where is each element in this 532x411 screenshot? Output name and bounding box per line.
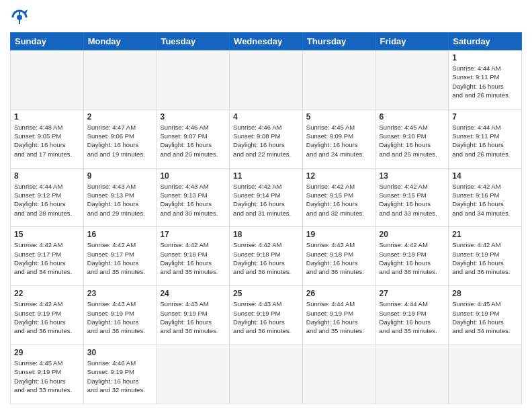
calendar-day-cell — [449, 345, 522, 404]
day-number: 23 — [87, 289, 153, 298]
day-number: 15 — [14, 230, 80, 239]
day-number: 2 — [87, 112, 153, 122]
calendar-day-cell — [11, 50, 84, 109]
calendar-header-cell: Thursday — [302, 33, 375, 50]
day-number: 30 — [87, 348, 153, 357]
calendar-week-row: 1Sunrise: 4:48 AMSunset: 9:05 PMDaylight… — [11, 109, 522, 168]
calendar-day-cell: 15Sunrise: 4:42 AMSunset: 9:17 PMDayligh… — [11, 227, 84, 286]
calendar-day-cell: 1Sunrise: 4:48 AMSunset: 9:05 PMDaylight… — [11, 109, 84, 168]
day-info: Sunrise: 4:42 AMSunset: 9:15 PMDaylight:… — [380, 182, 445, 218]
calendar-header-cell: Sunday — [11, 33, 84, 50]
day-number: 10 — [160, 171, 226, 181]
calendar-day-cell: 2Sunrise: 4:47 AMSunset: 9:06 PMDaylight… — [83, 109, 157, 168]
calendar-day-cell: 11Sunrise: 4:42 AMSunset: 9:14 PMDayligh… — [230, 168, 303, 227]
calendar-day-cell: 19Sunrise: 4:42 AMSunset: 9:18 PMDayligh… — [302, 227, 375, 286]
svg-point-1 — [17, 15, 22, 20]
day-number: 19 — [306, 230, 372, 239]
day-number: 12 — [306, 171, 372, 181]
calendar-header-cell: Saturday — [449, 33, 522, 50]
day-number: 13 — [380, 171, 445, 181]
calendar-day-cell: 4Sunrise: 4:46 AMSunset: 9:08 PMDaylight… — [230, 109, 303, 168]
day-number: 5 — [306, 112, 372, 122]
day-number: 14 — [452, 171, 518, 181]
day-info: Sunrise: 4:44 AMSunset: 9:11 PMDaylight:… — [452, 123, 518, 158]
day-info: Sunrise: 4:42 AMSunset: 9:17 PMDaylight:… — [87, 240, 153, 276]
logo-icon — [10, 8, 29, 27]
day-info: Sunrise: 4:42 AMSunset: 9:19 PMDaylight:… — [14, 300, 80, 335]
calendar-day-cell — [302, 345, 375, 404]
calendar-day-cell: 3Sunrise: 4:46 AMSunset: 9:07 PMDaylight… — [157, 109, 230, 168]
calendar-day-cell: 22Sunrise: 4:42 AMSunset: 9:19 PMDayligh… — [11, 286, 84, 345]
calendar-day-cell: 5Sunrise: 4:45 AMSunset: 9:09 PMDaylight… — [302, 109, 375, 168]
calendar-body: 1Sunrise: 4:44 AMSunset: 9:11 PMDaylight… — [11, 50, 522, 404]
day-info: Sunrise: 4:48 AMSunset: 9:05 PMDaylight:… — [14, 123, 80, 158]
calendar-day-cell — [230, 50, 303, 109]
day-info: Sunrise: 4:42 AMSunset: 9:19 PMDaylight:… — [452, 240, 518, 276]
day-number: 29 — [14, 348, 80, 357]
calendar-day-cell: 17Sunrise: 4:42 AMSunset: 9:18 PMDayligh… — [157, 227, 230, 286]
calendar-week-row: 15Sunrise: 4:42 AMSunset: 9:17 PMDayligh… — [11, 227, 522, 286]
calendar-day-cell: 30Sunrise: 4:46 AMSunset: 9:19 PMDayligh… — [83, 345, 157, 404]
calendar-day-cell: 29Sunrise: 4:45 AMSunset: 9:19 PMDayligh… — [11, 345, 84, 404]
day-info: Sunrise: 4:46 AMSunset: 9:19 PMDaylight:… — [87, 359, 153, 394]
calendar-day-cell — [157, 345, 230, 404]
calendar-table: SundayMondayTuesdayWednesdayThursdayFrid… — [10, 32, 522, 404]
day-number: 18 — [233, 230, 299, 239]
day-number: 1 — [14, 112, 80, 122]
calendar-day-cell — [83, 50, 157, 109]
day-info: Sunrise: 4:44 AMSunset: 9:19 PMDaylight:… — [380, 300, 445, 335]
day-number: 8 — [14, 171, 80, 181]
day-number: 17 — [160, 230, 226, 239]
day-info: Sunrise: 4:42 AMSunset: 9:18 PMDaylight:… — [306, 240, 372, 276]
calendar-day-cell: 27Sunrise: 4:44 AMSunset: 9:19 PMDayligh… — [375, 286, 449, 345]
day-number: 6 — [380, 112, 445, 122]
day-info: Sunrise: 4:43 AMSunset: 9:19 PMDaylight:… — [233, 300, 299, 335]
day-number: 4 — [233, 112, 299, 122]
page: SundayMondayTuesdayWednesdayThursdayFrid… — [0, 0, 532, 411]
day-number: 7 — [452, 112, 518, 122]
calendar-week-row: 1Sunrise: 4:44 AMSunset: 9:11 PMDaylight… — [11, 50, 522, 109]
calendar-header-row: SundayMondayTuesdayWednesdayThursdayFrid… — [11, 33, 522, 50]
logo — [10, 7, 32, 27]
day-info: Sunrise: 4:44 AMSunset: 9:12 PMDaylight:… — [14, 182, 80, 218]
calendar-week-row: 29Sunrise: 4:45 AMSunset: 9:19 PMDayligh… — [11, 345, 522, 404]
calendar-day-cell: 18Sunrise: 4:42 AMSunset: 9:18 PMDayligh… — [230, 227, 303, 286]
day-info: Sunrise: 4:43 AMSunset: 9:19 PMDaylight:… — [87, 300, 153, 335]
day-info: Sunrise: 4:44 AMSunset: 9:19 PMDaylight:… — [306, 300, 372, 335]
day-info: Sunrise: 4:45 AMSunset: 9:19 PMDaylight:… — [452, 300, 518, 335]
calendar-day-cell: 20Sunrise: 4:42 AMSunset: 9:19 PMDayligh… — [375, 227, 449, 286]
day-info: Sunrise: 4:45 AMSunset: 9:10 PMDaylight:… — [380, 123, 445, 158]
day-info: Sunrise: 4:42 AMSunset: 9:19 PMDaylight:… — [380, 240, 445, 276]
calendar-day-cell: 25Sunrise: 4:43 AMSunset: 9:19 PMDayligh… — [230, 286, 303, 345]
calendar-day-cell: 13Sunrise: 4:42 AMSunset: 9:15 PMDayligh… — [375, 168, 449, 227]
calendar-day-cell — [302, 50, 375, 109]
calendar-day-cell: 14Sunrise: 4:42 AMSunset: 9:16 PMDayligh… — [449, 168, 522, 227]
calendar-day-cell: 16Sunrise: 4:42 AMSunset: 9:17 PMDayligh… — [83, 227, 157, 286]
calendar-day-cell: 10Sunrise: 4:43 AMSunset: 9:13 PMDayligh… — [157, 168, 230, 227]
day-info: Sunrise: 4:42 AMSunset: 9:16 PMDaylight:… — [452, 182, 518, 218]
calendar-day-cell — [157, 50, 230, 109]
calendar-week-row: 22Sunrise: 4:42 AMSunset: 9:19 PMDayligh… — [11, 286, 522, 345]
day-number: 25 — [233, 289, 299, 298]
day-number: 24 — [160, 289, 226, 298]
day-number: 3 — [160, 112, 226, 122]
day-info: Sunrise: 4:43 AMSunset: 9:13 PMDaylight:… — [87, 182, 153, 218]
calendar-day-cell: 9Sunrise: 4:43 AMSunset: 9:13 PMDaylight… — [83, 168, 157, 227]
calendar-header-cell: Monday — [83, 33, 157, 50]
calendar-day-cell — [230, 345, 303, 404]
calendar-day-cell: 28Sunrise: 4:45 AMSunset: 9:19 PMDayligh… — [449, 286, 522, 345]
day-info: Sunrise: 4:47 AMSunset: 9:06 PMDaylight:… — [87, 123, 153, 158]
day-info: Sunrise: 4:46 AMSunset: 9:08 PMDaylight:… — [233, 123, 299, 158]
calendar-day-cell: 1Sunrise: 4:44 AMSunset: 9:11 PMDaylight… — [449, 50, 522, 109]
day-number: 20 — [380, 230, 445, 239]
day-info: Sunrise: 4:42 AMSunset: 9:17 PMDaylight:… — [14, 240, 80, 276]
day-number: 1 — [452, 53, 518, 62]
calendar-day-cell — [375, 50, 449, 109]
day-info: Sunrise: 4:43 AMSunset: 9:13 PMDaylight:… — [160, 182, 226, 218]
calendar-header-cell: Wednesday — [230, 33, 303, 50]
calendar-day-cell: 23Sunrise: 4:43 AMSunset: 9:19 PMDayligh… — [83, 286, 157, 345]
day-info: Sunrise: 4:42 AMSunset: 9:15 PMDaylight:… — [306, 182, 372, 218]
day-info: Sunrise: 4:42 AMSunset: 9:18 PMDaylight:… — [160, 240, 226, 276]
day-info: Sunrise: 4:42 AMSunset: 9:14 PMDaylight:… — [233, 182, 299, 218]
calendar-day-cell: 26Sunrise: 4:44 AMSunset: 9:19 PMDayligh… — [302, 286, 375, 345]
